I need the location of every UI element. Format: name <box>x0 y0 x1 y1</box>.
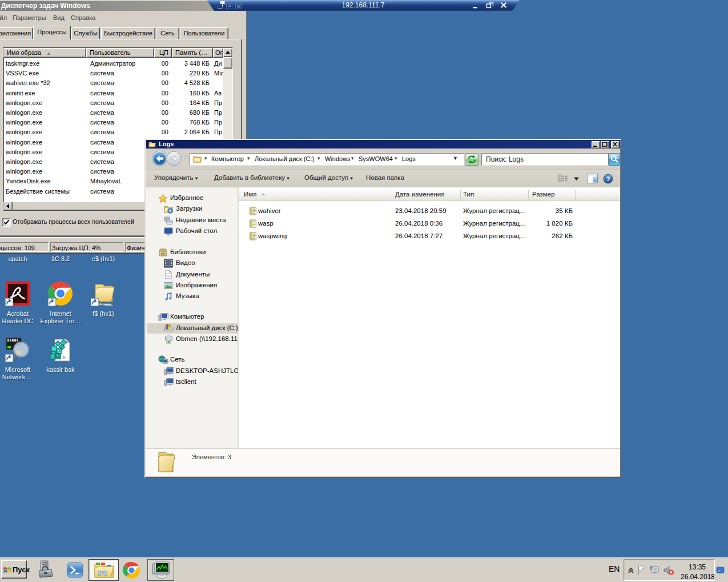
svg-text:?: ? <box>606 175 610 182</box>
